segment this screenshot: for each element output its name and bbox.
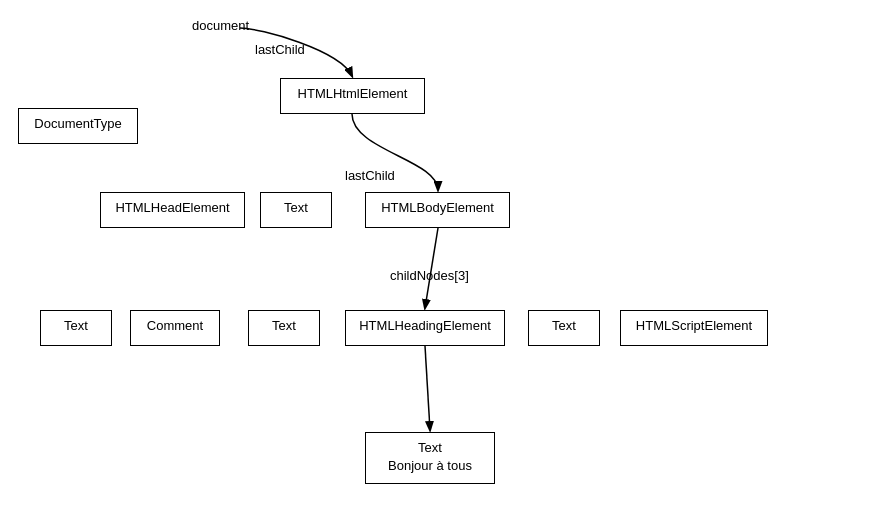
svg-line-2 <box>425 346 430 430</box>
html-script-element-node: HTMLScriptElement <box>620 310 768 346</box>
html-body-element-node: HTMLBodyElement <box>365 192 510 228</box>
text-left-node: Text <box>40 310 112 346</box>
text-mid2-node: Text <box>248 310 320 346</box>
comment-node: Comment <box>130 310 220 346</box>
document-label: document <box>192 18 249 33</box>
childnodes-label: childNodes[3] <box>390 268 469 283</box>
text-mid-node: Text <box>260 192 332 228</box>
text-bottom-node: Text Bonjour à tous <box>365 432 495 484</box>
dom-tree-diagram: document lastChild lastChild childNodes[… <box>0 0 880 527</box>
text-right-node: Text <box>528 310 600 346</box>
html-head-element-node: HTMLHeadElement <box>100 192 245 228</box>
lastchild-label-2: lastChild <box>345 168 395 183</box>
html-html-element-node: HTMLHtmlElement <box>280 78 425 114</box>
html-heading-element-node: HTMLHeadingElement <box>345 310 505 346</box>
document-type-node: DocumentType <box>18 108 138 144</box>
lastchild-label-1: lastChild <box>255 42 305 57</box>
